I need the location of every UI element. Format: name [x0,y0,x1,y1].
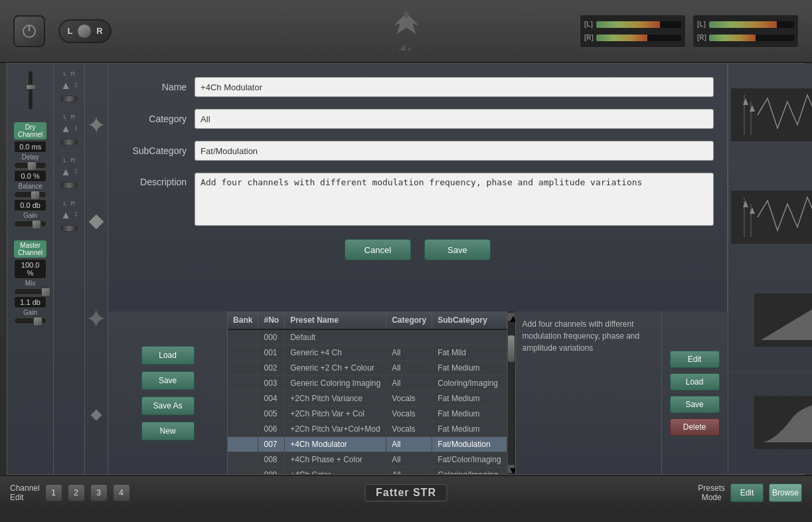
table-row[interactable]: 009 +4Ch Color All Coloring/Imaging [228,468,507,475]
gain-fader[interactable] [14,220,46,227]
cell-preset-name: Default [285,329,386,345]
power-button[interactable] [13,15,45,47]
vu2-l-bar [709,21,794,28]
ch3-balance-bar[interactable] [60,182,78,189]
cell-num: 002 [258,361,285,376]
cell-subcategory: Coloring/Imaging [432,376,507,391]
master-gain-fader[interactable] [14,317,46,324]
edit-preset-button[interactable]: Edit [670,351,720,368]
cell-preset-name: Generic Coloring Imaging [285,376,386,391]
col-category: Category [386,311,432,329]
cell-preset-name: +4Ch Phase + Color [285,452,386,468]
cell-num: 008 [258,452,285,468]
table-row[interactable]: 004 +2Ch Pitch Variance Vocals Fat Mediu… [228,391,507,406]
channel-strip-1: L R ▲ ↕ [60,70,78,108]
visual-cell-2 [728,167,812,270]
channel-3-button[interactable]: 3 [90,484,108,501]
channel-1-button[interactable]: 1 [45,484,62,501]
left-panel: Dry Channel 0.0 ms Delay 0.0 % Balance 0… [7,64,54,474]
balance-label: Balance [14,183,46,190]
ch4-balance-bar[interactable] [60,225,78,232]
vu2-l-label: [L] [697,21,706,28]
table-row[interactable]: 003 Generic Coloring Imaging All Colorin… [228,376,507,391]
edit-mode-button[interactable]: Edit [730,483,764,502]
scroll-thumb[interactable] [508,335,515,362]
table-row[interactable]: 006 +2Ch Pitch Var+Col+Mod Vocals Fat Me… [228,422,507,437]
main-fader-1[interactable] [28,70,33,110]
cell-subcategory: Fat/Color/Imaging [432,452,507,468]
balance-fader[interactable] [14,191,46,198]
cell-subcategory: Fat/Modulation [432,437,507,452]
right-visuals [728,64,812,474]
cell-category: All [386,452,432,468]
ch4-up-arrow: ▲ [60,209,71,221]
load-preset-button[interactable]: Load [670,373,720,391]
table-row[interactable]: 001 Generic +4 Ch All Fat Mild [228,345,507,361]
lr-slider[interactable] [77,24,92,39]
cell-num: 001 [258,345,285,361]
channel-2-button[interactable]: 2 [68,484,85,501]
cell-bank [228,437,258,452]
save-preset-button[interactable]: Save [670,396,720,413]
ch4-l: L [63,200,66,207]
cell-num: 000 [258,329,285,345]
ch2-balance-bar[interactable] [60,139,78,145]
cell-num: 004 [258,391,285,406]
table-row[interactable]: 007 +4Ch Modulator All Fat/Modulation [228,437,507,452]
description-input[interactable] [195,173,713,226]
vu1-l-bar [596,21,681,28]
table-row[interactable]: 005 +2Ch Pitch Var + Col Vocals Fat Medi… [228,406,507,422]
cell-category [386,329,432,345]
cell-preset-name: +2Ch Pitch Var+Col+Mod [285,422,386,437]
ch1-balance-icon: ↕ [74,80,78,92]
delay-value: 0.0 ms [14,141,46,153]
bottom-left: ChannelEdit 1 2 3 4 [10,483,130,503]
cell-bank [228,391,258,406]
main-container: L R 𝒦𝓇 [L] [R] [0,0,812,522]
cell-category: All [386,437,432,452]
load-button[interactable]: Load [141,346,195,365]
table-row[interactable]: 002 Generic +2 Ch + Colour All Fat Mediu… [228,361,507,376]
visual-cell-1 [728,64,812,167]
shapes-column: ✦ ✦ [85,64,108,474]
visual-cell-3 [728,269,812,372]
ch4-balance-icon: ↕ [74,209,78,221]
cell-bank [228,422,258,437]
content-area: Dry Channel 0.0 ms Delay 0.0 % Balance 0… [7,63,805,475]
ch2-r: R [70,114,75,120]
cell-preset-name: +2Ch Pitch Variance [285,391,386,406]
new-button[interactable]: New [141,422,195,440]
table-row[interactable]: 000 Default [228,329,507,345]
mix-fader[interactable] [14,288,46,295]
scroll-down-arrow[interactable]: ▼ [508,465,515,473]
table-scrollbar[interactable]: ▲ ▼ [507,311,515,474]
subcategory-input[interactable] [195,141,713,161]
name-input[interactable] [195,77,713,97]
save-button[interactable]: Save [141,371,195,390]
scroll-up-arrow[interactable]: ▲ [508,313,515,321]
browse-mode-button[interactable]: Browse [769,483,802,502]
delay-fader[interactable] [14,162,46,169]
save-as-button[interactable]: Save As [141,396,195,415]
slope-shape [754,294,812,347]
cell-bank [228,345,258,361]
logo-center: 𝒦𝓇 [380,9,433,52]
delete-preset-button[interactable]: Delete [670,418,720,436]
cell-num: 006 [258,422,285,437]
ch2-l: L [63,114,66,120]
cancel-button[interactable]: Cancel [345,239,411,260]
lr-switch[interactable]: L R [58,19,112,43]
cell-preset-name: Generic +4 Ch [285,345,386,361]
vu1-r-label: [R] [584,34,594,41]
cell-category: All [386,361,432,376]
ch3-balance-icon: ↕ [74,166,78,178]
ch3-up-arrow: ▲ [60,166,71,178]
save-form-button[interactable]: Save [424,239,491,260]
channel-4-button[interactable]: 4 [113,484,130,501]
subcategory-field-label: SubCategory [122,145,195,156]
ch1-balance-bar[interactable] [60,96,78,102]
star-shape-medium: ✦ [85,305,108,332]
category-input[interactable] [195,109,713,129]
vu-meter-2: [L] [R] [692,15,799,48]
table-row[interactable]: 008 +4Ch Phase + Color All Fat/Color/Ima… [228,452,507,468]
